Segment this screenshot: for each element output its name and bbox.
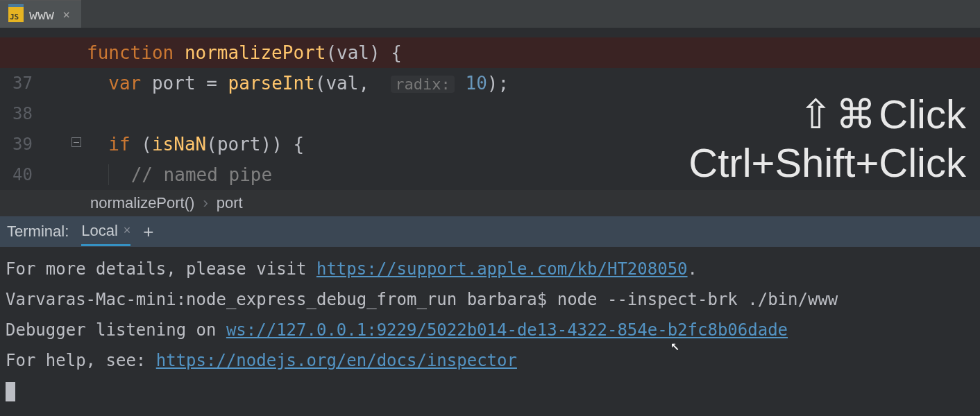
line-number: 37 (0, 68, 38, 98)
command-key-icon: ⌘ (836, 90, 876, 139)
overlay-click-text: Click (879, 90, 966, 139)
terminal-link[interactable]: https://nodejs.org/en/docs/inspector (156, 351, 517, 370)
line-number: 38 (0, 98, 38, 129)
terminal-line: For more details, please visit https://s… (6, 254, 974, 284)
file-tab-label: www (29, 6, 54, 23)
code-line[interactable]: // named pipe (87, 159, 509, 190)
overlay-win-shortcut: Ctrl+Shift+Click (688, 139, 966, 187)
terminal-panel-header: Terminal: Local × + (0, 216, 980, 247)
terminal-cursor (6, 382, 15, 401)
line-number: 40 (0, 159, 38, 190)
terminal-tab-label: Local (81, 222, 118, 240)
terminal-output[interactable]: For more details, please visit https://s… (0, 247, 980, 416)
close-icon[interactable]: × (124, 223, 131, 238)
chevron-right-icon: › (203, 194, 208, 212)
code-editor[interactable]: 36 37 38 39 40 function normalizePort(va… (0, 28, 980, 190)
parameter-hint: radix: (391, 76, 454, 93)
terminal-line: For help, see: https://nodejs.org/en/doc… (6, 345, 974, 376)
breadcrumb: normalizePort() › port (0, 190, 980, 216)
js-file-icon: JS (8, 7, 24, 22)
breadcrumb-item[interactable]: port (217, 194, 243, 212)
code-line[interactable] (87, 98, 509, 129)
code-area[interactable]: function normalizePort(val) { var port =… (87, 28, 509, 190)
code-line[interactable]: if (isNaN(port)) { (87, 129, 509, 159)
mouse-pointer-icon: ↖ (670, 330, 679, 361)
code-line[interactable]: var port = parseInt(val, radix: 10); (87, 68, 509, 98)
fold-toggle-icon[interactable] (71, 137, 81, 147)
terminal-tab-local[interactable]: Local × (81, 222, 130, 246)
terminal-title: Terminal: (7, 223, 69, 241)
file-tab-bar: JS www × (0, 0, 980, 28)
line-number: 39 (0, 129, 38, 159)
shift-key-icon: ⇧ (799, 90, 833, 139)
terminal-line: Varvaras-Mac-mini:node_express_debug_fro… (6, 284, 974, 315)
shortcut-overlay: ⇧ ⌘ Click Ctrl+Shift+Click (688, 90, 966, 187)
terminal-line (6, 376, 974, 406)
file-tab-www[interactable]: JS www × (0, 0, 81, 28)
breadcrumb-item[interactable]: normalizePort() (90, 194, 194, 212)
terminal-link[interactable]: ws://127.0.0.1:9229/5022b014-de13-4322-8… (226, 320, 788, 340)
code-line[interactable]: function normalizePort(val) { (0, 37, 980, 68)
terminal-link[interactable]: https://support.apple.com/kb/HT208050 (316, 259, 688, 279)
add-terminal-button[interactable]: + (143, 221, 153, 243)
terminal-line: Debugger listening on ws://127.0.0.1:922… (6, 315, 974, 345)
close-icon[interactable]: × (60, 7, 73, 21)
